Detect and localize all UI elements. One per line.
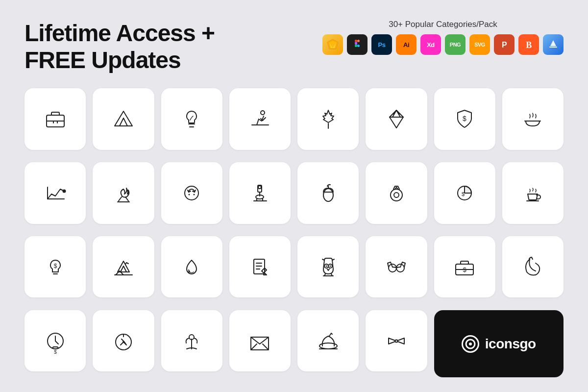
icon-clock-dollar: $ [24, 310, 86, 371]
icon-coffee-cup [502, 162, 564, 223]
svg-point-73 [389, 264, 396, 272]
svg-rect-5 [355, 42, 357, 45]
svg-point-69 [329, 265, 331, 267]
format-icons-row: Ps Ai Xd PNG SVG P B [322, 34, 564, 55]
header-right: 30+ Popular Categories/Pack [322, 20, 564, 55]
svg-point-68 [325, 265, 327, 267]
icon-hand-plant [161, 310, 222, 371]
icon-diamond [366, 88, 427, 149]
svg-point-7 [357, 45, 360, 47]
svg-rect-6 [355, 45, 357, 47]
icon-owl [297, 236, 359, 297]
format-badge-ai: Ai [396, 34, 416, 55]
svg-marker-26 [390, 110, 403, 128]
icon-tent [93, 88, 154, 149]
svg-point-49 [323, 189, 333, 201]
format-badge-xd: Xd [420, 34, 441, 55]
svg-marker-52 [395, 187, 398, 189]
svg-text:$: $ [463, 115, 466, 122]
svg-point-35 [63, 190, 65, 192]
icon-briefcase-dollar: $ [434, 236, 495, 297]
svg-point-92 [469, 343, 472, 345]
svg-point-74 [396, 264, 404, 272]
logo-text: iconsgo [485, 336, 536, 352]
format-badge-png: PNG [445, 34, 466, 55]
logo-icon [462, 335, 479, 353]
icon-maple-leaf [297, 88, 359, 149]
svg-point-40 [189, 194, 190, 195]
icon-bow-tie [366, 310, 427, 371]
svg-text:$: $ [53, 263, 57, 270]
svg-point-23 [261, 111, 265, 115]
icon-pie-chart-dollar: $ [434, 162, 495, 223]
svg-line-87 [263, 344, 269, 350]
icon-microscope [229, 162, 291, 223]
icon-line-chart [24, 162, 86, 223]
format-badge-keynote [543, 34, 564, 55]
format-badge-svg: SVG [469, 34, 490, 55]
icon-envelope [229, 310, 291, 371]
icon-briefcase [24, 88, 86, 149]
icon-roast-food [297, 310, 359, 371]
format-badge-ppt: P [494, 34, 514, 55]
icon-acorn [297, 162, 359, 223]
svg-text:$: $ [54, 349, 57, 354]
icons-grid: $ [24, 88, 564, 377]
svg-marker-14 [550, 40, 556, 46]
icon-campfire [93, 162, 154, 223]
svg-line-36 [119, 197, 122, 201]
svg-point-82 [122, 341, 124, 343]
svg-rect-3 [355, 40, 357, 42]
svg-text:P: P [502, 41, 507, 49]
icon-compass [93, 310, 154, 371]
icon-eco-bulb [161, 88, 222, 149]
format-badge-sketch [322, 34, 343, 55]
format-badge-ps: Ps [371, 34, 392, 55]
icon-shield-dollar: $ [434, 88, 495, 149]
svg-text:$: $ [462, 191, 465, 197]
icon-binoculars [366, 236, 427, 297]
icon-notepad [229, 236, 291, 297]
svg-text:B: B [526, 40, 532, 50]
svg-point-51 [391, 189, 402, 201]
main-title: Lifetime Access + FREE Updates [24, 20, 215, 74]
svg-point-53 [394, 193, 399, 197]
icon-recycle-face [161, 162, 222, 223]
icon-person-desk [229, 88, 291, 149]
icon-idea-dollar: $ [24, 236, 86, 297]
svg-line-37 [125, 197, 128, 201]
svg-line-86 [251, 344, 257, 350]
icon-water-recycle [161, 236, 222, 297]
iconsgo-logo[interactable]: iconsgo [434, 310, 564, 377]
icon-ring [366, 162, 427, 223]
svg-point-48 [258, 186, 261, 189]
format-badge-figma [347, 34, 368, 55]
categories-label: 30+ Popular Categories/Pack [389, 20, 497, 29]
format-badge-blogger: B [518, 34, 539, 55]
svg-rect-4 [357, 40, 360, 42]
svg-point-41 [194, 194, 195, 195]
page-header: Lifetime Access + FREE Updates 30+ Popul… [24, 20, 564, 74]
svg-point-90 [395, 340, 397, 342]
svg-rect-13 [549, 47, 557, 48]
svg-point-39 [185, 186, 198, 200]
icon-mountain-tent [93, 236, 154, 297]
icon-food-bowl [502, 88, 564, 149]
icon-banana [502, 236, 564, 297]
